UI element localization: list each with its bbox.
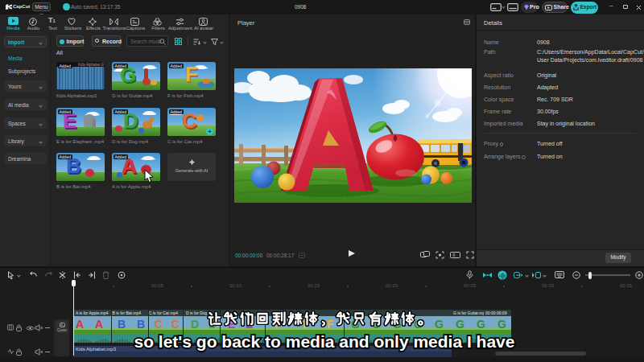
svg-text::9: :9 xyxy=(452,253,455,257)
